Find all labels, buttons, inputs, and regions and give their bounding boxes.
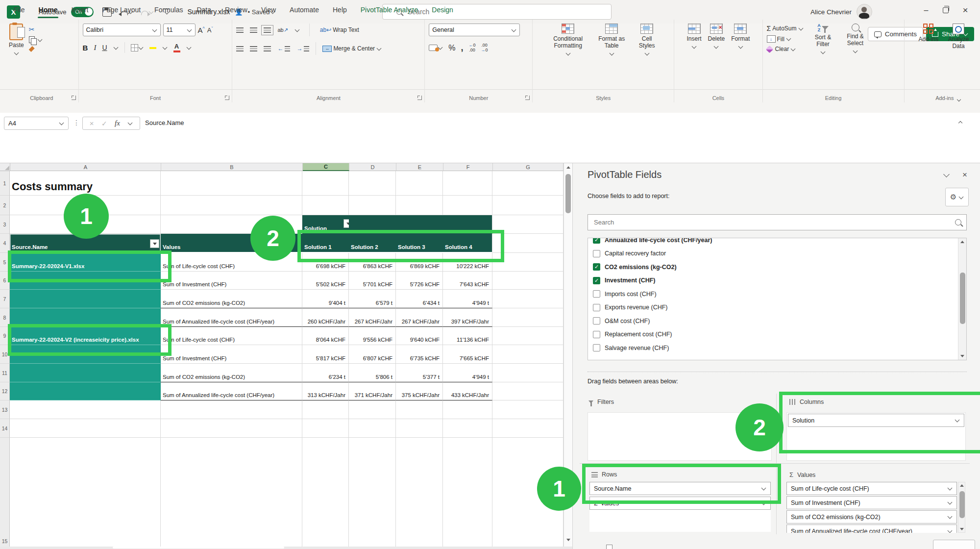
sort-filter-button[interactable]: AZ Sort & Filter <box>811 24 835 93</box>
values-field-item[interactable]: Sum of CO2 emissions (kg-CO2) <box>786 510 957 524</box>
checkbox-icon[interactable] <box>593 304 600 311</box>
row-header-1[interactable]: 1 <box>0 171 10 196</box>
font-dialog-launcher[interactable] <box>225 96 229 100</box>
close-button[interactable]: × <box>956 2 975 19</box>
column-header-a[interactable]: A <box>10 163 161 171</box>
cell-e2[interactable] <box>396 196 443 215</box>
column-header-d[interactable]: D <box>349 163 396 171</box>
cell-f11[interactable]: 4'949 t <box>443 364 492 382</box>
scroll-up-icon[interactable] <box>566 166 570 169</box>
field-item[interactable]: Replacement cost (CHF) <box>593 328 966 342</box>
fill-button[interactable]: ↓Fill <box>767 35 804 43</box>
checkbox-icon[interactable] <box>593 344 600 351</box>
cell-b9[interactable]: Sum of Life-cycle cost (CHF) <box>161 327 302 345</box>
cell-g12[interactable] <box>492 382 564 400</box>
paste-button[interactable]: Paste <box>9 24 24 93</box>
fields-search-box[interactable] <box>588 214 967 230</box>
update-button[interactable] <box>933 540 975 549</box>
delete-cells-button[interactable]: × Delete <box>708 24 725 93</box>
cell-g7[interactable] <box>492 290 564 308</box>
cell-g8[interactable] <box>492 308 564 327</box>
scroll-down-icon[interactable] <box>566 539 570 541</box>
find-select-button[interactable]: Find & Select <box>843 24 868 93</box>
horizontal-scrollbar[interactable] <box>0 547 572 549</box>
cell-e6[interactable]: 5'726 kCHF <box>396 272 443 290</box>
cell-d12[interactable]: 371 kCHF/Jahr <box>349 382 396 400</box>
field-item[interactable]: Capital recovery factor <box>593 247 966 261</box>
cell-d10[interactable]: 6'807 kCHF <box>349 345 396 364</box>
tab-help[interactable]: Help <box>326 0 354 20</box>
cell-d9[interactable]: 9'556 kCHF <box>349 327 396 345</box>
user-name[interactable]: Alice Chevrier <box>810 8 852 16</box>
borders-button[interactable] <box>131 44 144 51</box>
tab-insert[interactable]: Insert <box>64 0 95 20</box>
cell-a13[interactable] <box>10 400 161 419</box>
cell-band-b[interactable] <box>161 438 302 536</box>
cut-button[interactable]: ✂ <box>29 25 43 33</box>
cell-b7[interactable]: Sum of CO2 emissions (kg-CO2) <box>161 290 302 308</box>
field-item[interactable]: ✓Investment (CHF) <box>593 274 966 288</box>
cell-a1[interactable]: Costs summary <box>10 171 161 196</box>
cell-d14[interactable] <box>349 419 396 438</box>
row-header-3[interactable]: 3 <box>0 215 10 234</box>
collapse-formula-bar-icon[interactable] <box>958 121 962 125</box>
values-field-item[interactable]: Sum of Life-cycle cost (CHF) <box>786 482 957 495</box>
decrease-indent-button[interactable]: ← <box>277 45 290 52</box>
tab-home[interactable]: Home <box>32 0 65 20</box>
tools-button[interactable]: ⚙ <box>945 188 969 206</box>
confirm-entry-button[interactable]: ✓ <box>101 120 107 127</box>
align-top-button[interactable] <box>236 27 244 33</box>
row-header-14[interactable]: 14 <box>0 419 10 438</box>
pane-options-chevron-icon[interactable] <box>943 171 950 177</box>
merge-center-button[interactable]: ↔Merge & Center <box>322 45 382 52</box>
decrease-decimal-button[interactable]: .00→0 <box>481 43 488 53</box>
increase-indent-button[interactable]: → <box>296 45 309 52</box>
addins-button[interactable]: Add-ins <box>918 24 938 93</box>
cell-c13[interactable] <box>302 400 349 419</box>
field-item[interactable]: ✓CO2 emissions (kg-CO2) <box>593 260 966 274</box>
cell-b12[interactable]: Sum of Annualized life-cycle cost (CHF/y… <box>161 382 302 400</box>
column-header-g[interactable]: G <box>493 163 564 171</box>
format-cells-button[interactable]: Format <box>731 24 750 93</box>
cell-f15[interactable] <box>443 536 492 547</box>
cell-e12[interactable]: 375 kCHF/Jahr <box>396 382 443 400</box>
cell-g10[interactable] <box>492 345 564 364</box>
cancel-entry-button[interactable]: × <box>90 119 94 127</box>
cell-g14[interactable] <box>492 419 564 438</box>
scrollbar-thumb[interactable] <box>959 491 965 518</box>
cell-e15[interactable] <box>396 536 443 547</box>
field-item[interactable]: O&M cost (CHF) <box>593 314 966 328</box>
cell-c11[interactable]: 6'234 t <box>302 364 349 382</box>
cell-b1[interactable] <box>161 171 302 196</box>
tab-automate[interactable]: Automate <box>283 0 326 20</box>
format-as-table-button[interactable]: Format as Table <box>595 24 628 93</box>
font-name-combo[interactable]: Calibri <box>83 24 161 36</box>
cell-band-c[interactable] <box>302 438 349 536</box>
shrink-font-button[interactable]: Aˇ <box>207 26 213 34</box>
copy-button[interactable] <box>29 36 43 43</box>
clear-button[interactable]: Clear <box>767 46 804 52</box>
cell-g6[interactable] <box>492 272 564 290</box>
cell-d8[interactable]: 267 kCHF/Jahr <box>349 308 396 327</box>
italic-button[interactable]: I <box>94 44 96 52</box>
checkbox-icon[interactable] <box>593 317 600 324</box>
orientation-button[interactable]: ab↗ <box>277 27 288 33</box>
cell-f2[interactable] <box>443 196 492 215</box>
cell-d11[interactable]: 5'806 t <box>349 364 396 382</box>
restore-button[interactable] <box>936 2 956 19</box>
values-scrollbar[interactable] <box>958 482 965 533</box>
source-name-filter-dropdown[interactable] <box>150 239 159 248</box>
comma-style-button[interactable]: , <box>461 43 464 53</box>
fields-search-input[interactable] <box>593 218 889 226</box>
cell-f8[interactable]: 397 kCHF/Jahr <box>443 308 492 327</box>
alignment-dialog-launcher[interactable] <box>417 96 422 100</box>
format-painter-button[interactable] <box>29 46 35 52</box>
scrollbar-thumb[interactable] <box>960 273 965 324</box>
values-drop-zone[interactable]: Sum of Life-cycle cost (CHF) Sum of Inve… <box>786 482 957 533</box>
column-header-b[interactable]: B <box>161 163 303 171</box>
cell-c7[interactable]: 9'404 t <box>302 290 349 308</box>
checkbox-icon[interactable] <box>593 331 600 338</box>
cell-a15[interactable] <box>10 536 161 547</box>
font-color-button[interactable]: A <box>173 43 180 52</box>
cell-c2[interactable] <box>302 196 349 215</box>
